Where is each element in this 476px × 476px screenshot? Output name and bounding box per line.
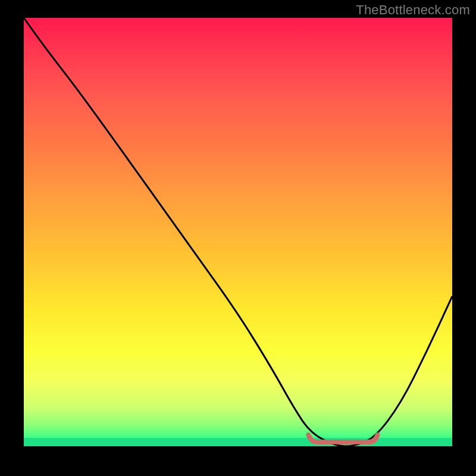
curve-svg	[24, 18, 452, 446]
bottleneck-curve	[24, 18, 452, 446]
watermark-text: TheBottleneck.com	[356, 2, 470, 18]
plot-area	[24, 18, 452, 446]
chart-frame: TheBottleneck.com	[0, 0, 476, 476]
optimal-segment	[308, 435, 377, 442]
